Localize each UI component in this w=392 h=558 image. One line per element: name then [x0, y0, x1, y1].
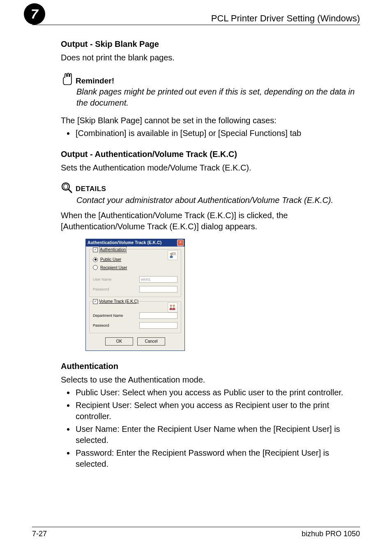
page-header: 7 PCL Printer Driver Setting (Windows)	[32, 12, 360, 29]
section-body-skip-blank: Does not print the blank pages.	[61, 52, 360, 63]
section-title-skip-blank: Output - Skip Blank Page	[61, 39, 360, 50]
list-item: User Name: Enter the Recipient User Name…	[75, 424, 360, 446]
list-item: [Combination] is available in [Setup] or…	[75, 128, 360, 139]
skip-blank-cases-list: [Combination] is available in [Setup] or…	[61, 128, 360, 139]
auth-password-label: Password	[93, 287, 109, 292]
header-rule	[32, 25, 360, 25]
department-name-label: Department Name	[93, 313, 123, 318]
chapter-number-badge: 7	[24, 3, 45, 25]
user-name-input[interactable]: win01	[139, 276, 178, 283]
magnifier-icon	[61, 182, 73, 194]
svg-point-3	[171, 253, 173, 255]
ok-button[interactable]: OK	[105, 337, 133, 346]
footer-page-number: 7-27	[32, 530, 47, 538]
volume-track-checkbox[interactable]: ✓	[93, 299, 98, 304]
list-item: Password: Enter the Recipient Password w…	[75, 447, 360, 470]
skip-blank-cases-intro: The [Skip Blank Page] cannot be set in t…	[61, 115, 360, 126]
list-item: Recipient User: Select when you access a…	[75, 400, 360, 422]
footer-product-name: bizhub PRO 1050	[302, 530, 360, 538]
svg-line-2	[69, 189, 72, 193]
svg-point-1	[64, 184, 68, 189]
user-name-label: User Name	[93, 277, 112, 282]
recipient-user-label: Recipient User	[100, 265, 127, 271]
section-title-authentication2: Authentication	[61, 361, 360, 372]
details-block: DETAILS Contact your administrator about…	[61, 182, 360, 206]
page-footer: 7-27 bizhub PRO 1050	[32, 527, 360, 538]
authentication-icon	[168, 250, 178, 260]
cancel-button[interactable]: Cancel	[137, 337, 165, 346]
reminder-label: Reminder!	[76, 76, 114, 86]
authentication-legend: Authentication	[99, 247, 127, 253]
volume-track-legend: Volume Track (E.K.C)	[99, 299, 138, 304]
reminder-body: Blank pages might be printed out even if…	[76, 86, 360, 108]
reminder-block: Reminder! Blank pages might be printed o…	[61, 72, 360, 108]
volume-track-group: ✓ Volume Track (E.K.C) Department Name P…	[89, 301, 181, 333]
chapter-title: PCL Printer Driver Setting (Windows)	[211, 13, 360, 24]
dialog-title: Authentication/Volume Track (E.K.C)	[88, 240, 161, 246]
public-user-radio[interactable]	[93, 257, 98, 262]
authentication-group: ✓ Authentication Public User Recipient U…	[89, 249, 181, 297]
vt-password-input[interactable]	[139, 322, 178, 329]
hand-icon	[61, 72, 74, 86]
vt-password-label: Password	[93, 323, 109, 328]
public-user-label: Public User	[100, 257, 121, 263]
authentication2-intro: Selects to use the Authentication mode.	[61, 374, 360, 385]
details-body: Contact your administrator about Authent…	[76, 195, 360, 206]
section-body-auth: Sets the Authentication mode/Volume Trac…	[61, 162, 360, 173]
authentication-checkbox[interactable]: ✓	[93, 247, 98, 252]
volume-track-icon	[168, 302, 178, 312]
auth-password-input[interactable]	[139, 286, 178, 293]
section-title-auth: Output - Authentication/Volume Track (E.…	[61, 149, 360, 160]
recipient-user-radio[interactable]	[93, 265, 98, 270]
list-item: Public User: Select when you access as P…	[75, 387, 360, 398]
svg-point-6	[170, 305, 172, 307]
department-name-input[interactable]	[139, 312, 178, 319]
auth-dialog-intro: When the [Authentication/Volume Track (E…	[61, 210, 360, 232]
details-label: DETAILS	[76, 184, 106, 194]
svg-point-7	[173, 305, 175, 307]
close-icon[interactable]: ×	[177, 240, 184, 246]
dialog-titlebar: Authentication/Volume Track (E.K.C) ×	[86, 239, 184, 247]
authentication2-list: Public User: Select when you access as P…	[61, 387, 360, 470]
auth-dialog-figure: Authentication/Volume Track (E.K.C) × ✓ …	[85, 239, 185, 351]
